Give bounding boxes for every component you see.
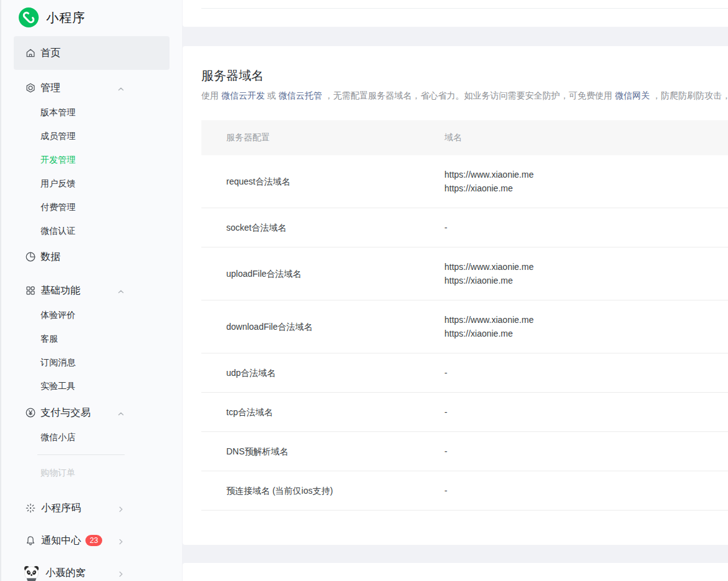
sidebar-item-user-feedback[interactable]: 用户反馈 <box>1 172 182 196</box>
sidebar-item-account[interactable]: 小聂的窝 <box>1 564 182 581</box>
sidebar-item-wechat-verification[interactable]: 微信认证 <box>1 219 182 243</box>
server-domain-card: 服务器域名 使用 微信云开发 或 微信云托管 ，无需配置服务器域名，省心省力。如… <box>183 46 728 545</box>
chevron-right-icon <box>117 504 125 512</box>
domain-value: - <box>444 221 728 234</box>
table-row-downloadfile: downloadFile合法域名 https://www.xiaonie.me … <box>201 300 728 353</box>
chevron-right-icon <box>117 537 125 544</box>
miniprogram-code-icon <box>25 502 36 514</box>
sidebar-item-label: 小聂的窝 <box>46 567 85 580</box>
link-wechat-cloud-dev[interactable]: 微信云开发 <box>221 90 265 100</box>
table-row-preconnect: 预连接域名 (当前仅ios支持) - <box>201 471 728 511</box>
sidebar-group-management[interactable]: 管理 <box>1 79 182 97</box>
next-card-fragment <box>183 563 728 581</box>
sidebar-item-data[interactable]: 数据 <box>1 248 182 266</box>
sidebar-item-subscribe-message[interactable]: 订阅消息 <box>1 351 182 375</box>
domain-values: - <box>444 221 728 234</box>
sidebar-item-label: 首页 <box>41 47 60 60</box>
table-row-udp: udp合法域名 - <box>201 353 728 393</box>
sidebar-item-version-management[interactable]: 版本管理 <box>1 101 182 125</box>
payment-trade-subnav: 微信小店 <box>1 426 182 449</box>
link-wechat-gateway[interactable]: 微信网关 <box>615 90 649 100</box>
desc-text: ，无需配置服务器域名，省心省力。如业务访问需要安全防护，可免费使用 <box>322 90 615 100</box>
table-row-request: request合法域名 https://www.xiaonie.me https… <box>201 155 728 208</box>
desc-text: ，防爬防刷防攻击， <box>649 90 728 100</box>
domain-value: - <box>444 444 728 458</box>
sidebar-item-miniprogram-code[interactable]: 小程序码 <box>1 499 182 517</box>
sidebar-group-label: 基础功能 <box>41 284 80 297</box>
domain-values: - <box>444 484 728 497</box>
previous-card-fragment <box>183 0 728 27</box>
sidebar-item-customer-service[interactable]: 客服 <box>1 327 182 351</box>
domain-value: https://www.xiaonie.me <box>444 168 728 181</box>
domain-value: https://xiaonie.me <box>444 274 728 287</box>
sidebar-item-experience-rating[interactable]: 体验评价 <box>1 304 182 327</box>
server-config-label: DNS预解析域名 <box>201 444 444 458</box>
sidebar-item-member-management[interactable]: 成员管理 <box>1 125 182 148</box>
server-config-label: tcp合法域名 <box>201 405 444 419</box>
server-config-label: socket合法域名 <box>201 221 444 234</box>
bell-icon <box>25 535 36 546</box>
main-content: 服务器域名 使用 微信云开发 或 微信云托管 ，无需配置服务器域名，省心省力。如… <box>182 0 728 581</box>
wechat-miniprogram-console: 小程序 首页 管理 <box>0 0 728 581</box>
sidebar-divider <box>37 454 125 455</box>
domain-value: - <box>444 405 728 419</box>
sidebar-item-wechat-shop[interactable]: 微信小店 <box>1 426 182 449</box>
management-subnav: 版本管理 成员管理 开发管理 用户反馈 付费管理 微信认证 <box>1 101 182 243</box>
panda-avatar <box>23 565 40 581</box>
desc-text: 或 <box>265 90 279 100</box>
sidebar-group-basic-features[interactable]: 基础功能 <box>1 282 182 299</box>
sidebar-item-label: 小程序码 <box>41 502 81 515</box>
sidebar: 小程序 首页 管理 <box>0 0 182 581</box>
column-header-domain: 域名 <box>444 132 728 143</box>
gear-nut-icon <box>25 82 36 94</box>
chevron-up-icon[interactable] <box>117 409 125 416</box>
sidebar-group-label: 支付与交易 <box>41 406 90 420</box>
domain-values: https://www.xiaonie.me https://xiaonie.m… <box>444 168 728 195</box>
server-config-label: downloadFile合法域名 <box>201 320 444 334</box>
sidebar-item-experiment-tools[interactable]: 实验工具 <box>1 375 182 398</box>
brand-title: 小程序 <box>46 9 85 26</box>
domain-values: https://www.xiaonie.me https://xiaonie.m… <box>444 313 728 340</box>
chevron-right-icon <box>117 569 125 577</box>
domain-values: - <box>444 366 728 380</box>
sidebar-item-home[interactable]: 首页 <box>14 36 170 70</box>
domain-value: https://xiaonie.me <box>444 327 728 340</box>
domain-value: https://www.xiaonie.me <box>444 260 728 274</box>
grid-icon <box>25 285 36 296</box>
miniprogram-logo-icon <box>19 7 39 27</box>
sidebar-item-dev-management[interactable]: 开发管理 <box>1 148 182 172</box>
domain-value: https://www.xiaonie.me <box>444 313 728 327</box>
table-row-tcp: tcp合法域名 - <box>201 393 728 432</box>
sidebar-item-notification-center[interactable]: 通知中心 23 <box>1 532 182 549</box>
domain-value: https://xiaonie.me <box>444 181 728 195</box>
table-header: 服务器配置 域名 <box>201 120 728 155</box>
yen-circle-icon <box>25 407 36 418</box>
domain-value: - <box>444 366 728 380</box>
section-description: 使用 微信云开发 或 微信云托管 ，无需配置服务器域名，省心省力。如业务访问需要… <box>201 89 728 102</box>
server-config-label: uploadFile合法域名 <box>201 267 444 281</box>
domain-value: - <box>444 484 728 497</box>
desc-text: 使用 <box>201 90 221 100</box>
domain-values: https://www.xiaonie.me https://xiaonie.m… <box>444 260 728 287</box>
brand: 小程序 <box>19 7 182 27</box>
basic-features-subnav: 体验评价 客服 订阅消息 实验工具 <box>1 304 182 398</box>
chevron-up-icon[interactable] <box>117 84 125 92</box>
column-header-server-config: 服务器配置 <box>201 132 444 143</box>
server-config-label: request合法域名 <box>201 175 444 188</box>
notification-count-badge: 23 <box>85 535 102 546</box>
table-row-socket: socket合法域名 - <box>201 208 728 247</box>
section-title: 服务器域名 <box>201 67 728 84</box>
sidebar-group-payment-trade[interactable]: 支付与交易 <box>1 404 182 421</box>
pie-chart-icon <box>25 251 36 262</box>
sidebar-item-shopping-orders[interactable]: 购物订单 <box>1 461 182 485</box>
domain-values: - <box>444 405 728 419</box>
server-domain-table: 服务器配置 域名 request合法域名 https://www.xiaonie… <box>201 120 728 511</box>
sidebar-item-label: 通知中心 <box>41 534 81 547</box>
sidebar-item-payment-management[interactable]: 付费管理 <box>1 196 182 219</box>
domain-values: - <box>444 444 728 458</box>
chevron-up-icon[interactable] <box>117 287 125 294</box>
server-config-label: udp合法域名 <box>201 366 444 380</box>
server-config-label: 预连接域名 (当前仅ios支持) <box>201 484 444 497</box>
sidebar-group-label: 管理 <box>41 82 60 95</box>
link-wechat-cloud-hosting[interactable]: 微信云托管 <box>279 90 322 100</box>
